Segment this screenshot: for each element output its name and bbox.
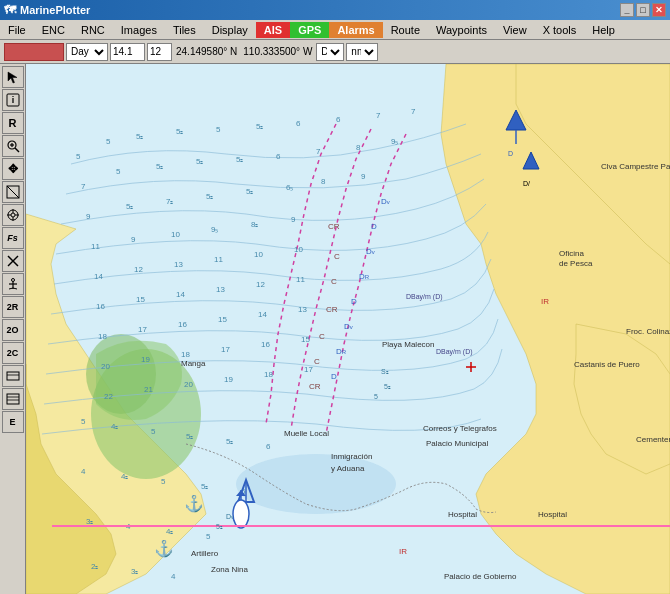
unit-select[interactable]: nm km mi bbox=[346, 43, 378, 61]
svg-text:14: 14 bbox=[176, 290, 185, 299]
svg-text:17: 17 bbox=[221, 345, 230, 354]
day-select[interactable]: Day Night Dusk bbox=[66, 43, 108, 61]
svg-text:Artillero: Artillero bbox=[191, 549, 219, 558]
menu-waypoints[interactable]: Waypoints bbox=[428, 22, 495, 38]
svg-text:CR: CR bbox=[309, 382, 321, 391]
svg-text:9: 9 bbox=[131, 235, 136, 244]
menu-help[interactable]: Help bbox=[584, 22, 623, 38]
svg-text:Dv: Dv bbox=[381, 197, 390, 206]
cross-tool-btn[interactable] bbox=[2, 250, 24, 272]
svg-text:14: 14 bbox=[258, 310, 267, 319]
menu-view[interactable]: View bbox=[495, 22, 535, 38]
svg-text:19: 19 bbox=[224, 375, 233, 384]
svg-text:4: 4 bbox=[171, 572, 176, 581]
svg-text:⚓: ⚓ bbox=[184, 494, 204, 513]
svg-text:Zona Nina: Zona Nina bbox=[211, 565, 248, 574]
svg-text:DR: DR bbox=[359, 272, 370, 281]
minimize-button[interactable]: _ bbox=[620, 3, 634, 17]
svg-text:11: 11 bbox=[214, 255, 223, 264]
menu-display[interactable]: Display bbox=[204, 22, 256, 38]
svg-text:5₂: 5₂ bbox=[226, 437, 233, 446]
zoom2o-tool-btn[interactable]: 2O bbox=[2, 319, 24, 341]
cursor-tool-btn[interactable] bbox=[2, 66, 24, 88]
svg-text:6: 6 bbox=[276, 152, 281, 161]
menu-ais[interactable]: AIS bbox=[256, 22, 290, 38]
svg-text:5₂: 5₂ bbox=[246, 187, 253, 196]
titlebar-controls: _ □ ✕ bbox=[620, 3, 666, 17]
zoom2c-tool-btn[interactable]: 2C bbox=[2, 342, 24, 364]
svg-text:C: C bbox=[314, 357, 320, 366]
svg-text:Dv: Dv bbox=[344, 322, 353, 331]
svg-text:17: 17 bbox=[304, 365, 313, 374]
svg-text:10: 10 bbox=[294, 245, 303, 254]
svg-text:7: 7 bbox=[411, 107, 416, 116]
svg-text:9: 9 bbox=[291, 215, 296, 224]
svg-text:DBay/m (D): DBay/m (D) bbox=[406, 293, 443, 301]
menu-tiles[interactable]: Tiles bbox=[165, 22, 204, 38]
menu-route[interactable]: Route bbox=[383, 22, 428, 38]
svg-text:4: 4 bbox=[81, 467, 86, 476]
lat-display: 24.149580° N bbox=[174, 46, 239, 57]
font-tool-btn[interactable]: Fs bbox=[2, 227, 24, 249]
menu-xtools[interactable]: X tools bbox=[535, 22, 585, 38]
svg-text:9₅: 9₅ bbox=[211, 225, 218, 234]
edit-tool-btn[interactable]: E bbox=[2, 411, 24, 433]
map-area[interactable]: 5 5 5₂ 5₂ 5 5₂ 6 6 7 7 7 5 5₂ 5₂ 5₂ 6 7 … bbox=[26, 64, 670, 594]
anchor-tool-btn[interactable] bbox=[2, 273, 24, 295]
nav1-tool-btn[interactable] bbox=[2, 365, 24, 387]
svg-text:4₂: 4₂ bbox=[111, 422, 118, 431]
target-tool-btn[interactable] bbox=[2, 204, 24, 226]
zoom2-input[interactable] bbox=[147, 43, 172, 61]
svg-text:IR: IR bbox=[399, 547, 407, 556]
close-button[interactable]: ✕ bbox=[652, 3, 666, 17]
svg-text:D: D bbox=[351, 297, 357, 306]
svg-text:18: 18 bbox=[98, 332, 107, 341]
svg-text:10: 10 bbox=[254, 250, 263, 259]
svg-line-3 bbox=[15, 148, 19, 152]
measure-tool-btn[interactable] bbox=[2, 181, 24, 203]
svg-text:5: 5 bbox=[374, 393, 378, 400]
svg-text:y Aduana: y Aduana bbox=[331, 464, 365, 473]
info-tool-btn[interactable]: i bbox=[2, 89, 24, 111]
svg-text:D: D bbox=[331, 372, 337, 381]
svg-text:5₂: 5₂ bbox=[156, 162, 163, 171]
route-tool-btn[interactable]: R bbox=[2, 112, 24, 134]
pan-tool-btn[interactable]: ✥ bbox=[2, 158, 24, 180]
svg-text:✥: ✥ bbox=[8, 162, 19, 176]
svg-text:9: 9 bbox=[86, 212, 91, 221]
menu-file[interactable]: File bbox=[0, 22, 34, 38]
svg-text:5₂: 5₂ bbox=[201, 482, 208, 491]
zoom-tool-btn[interactable] bbox=[2, 135, 24, 157]
maximize-button[interactable]: □ bbox=[636, 3, 650, 17]
svg-text:IR: IR bbox=[541, 297, 549, 306]
svg-text:16: 16 bbox=[96, 302, 105, 311]
svg-text:11: 11 bbox=[91, 242, 100, 251]
svg-text:Muelle Local: Muelle Local bbox=[284, 429, 329, 438]
svg-text:5: 5 bbox=[81, 417, 86, 426]
zoom-input[interactable] bbox=[110, 43, 145, 61]
svg-line-8 bbox=[7, 186, 19, 198]
svg-text:6: 6 bbox=[296, 119, 301, 128]
mode-select[interactable]: D M S bbox=[316, 43, 344, 61]
svg-point-17 bbox=[11, 279, 14, 282]
svg-text:5₂: 5₂ bbox=[136, 132, 143, 141]
menu-gps[interactable]: GPS bbox=[290, 22, 329, 38]
zoom2r-tool-btn[interactable]: 2R bbox=[2, 296, 24, 318]
svg-text:Palacio de Gobierno: Palacio de Gobierno bbox=[444, 572, 517, 581]
nav2-tool-btn[interactable] bbox=[2, 388, 24, 410]
menu-images[interactable]: Images bbox=[113, 22, 165, 38]
svg-text:Inmigración: Inmigración bbox=[331, 452, 372, 461]
svg-text:5: 5 bbox=[76, 152, 81, 161]
svg-point-10 bbox=[11, 213, 15, 217]
svg-text:7: 7 bbox=[81, 182, 86, 191]
svg-text:6₅: 6₅ bbox=[286, 183, 293, 192]
svg-text:5₂: 5₂ bbox=[126, 202, 133, 211]
svg-text:5: 5 bbox=[216, 125, 221, 134]
menu-enc[interactable]: ENC bbox=[34, 22, 73, 38]
svg-text:D: D bbox=[371, 222, 377, 231]
menu-rnc[interactable]: RNC bbox=[73, 22, 113, 38]
svg-text:5₂: 5₂ bbox=[256, 122, 263, 131]
menu-alarms[interactable]: Alarms bbox=[329, 22, 382, 38]
svg-text:6: 6 bbox=[336, 115, 341, 124]
svg-text:Hospital: Hospital bbox=[448, 510, 477, 519]
